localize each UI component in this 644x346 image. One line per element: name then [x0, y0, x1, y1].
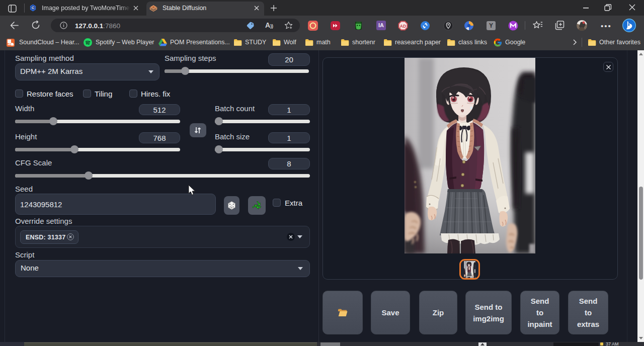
svg-text:AD: AD: [400, 24, 406, 29]
svg-text:C: C: [32, 6, 35, 10]
